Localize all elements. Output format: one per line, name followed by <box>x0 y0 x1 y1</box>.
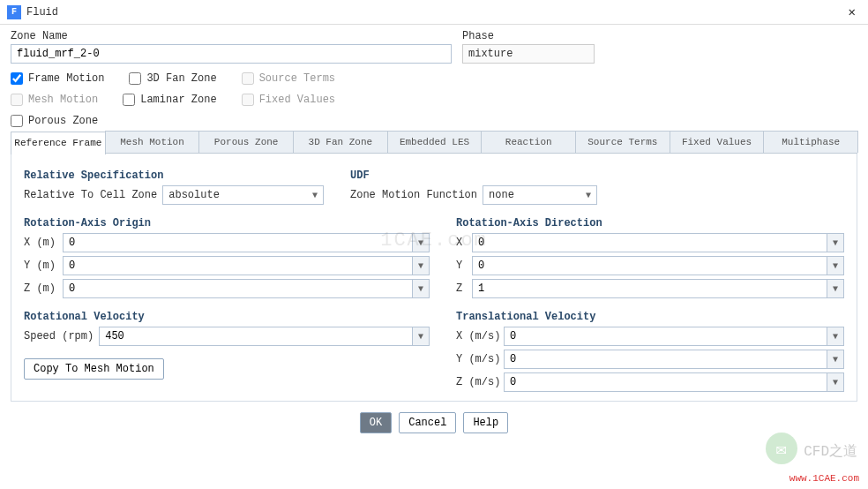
origin-y-label: Y (m) <box>24 260 59 272</box>
trans-x-input[interactable] <box>504 327 827 346</box>
phase-value: mixture <box>462 44 595 64</box>
origin-x-input[interactable] <box>63 233 412 252</box>
udf-label: Zone Motion Function <box>350 189 479 201</box>
source-terms-checkbox <box>242 72 254 85</box>
titlebar: F Fluid ✕ <box>0 0 868 25</box>
speed-label: Speed (rpm) <box>24 330 95 342</box>
trans-z-label: Z (m/s) <box>456 376 500 388</box>
tabs: Reference Frame Mesh Motion Porous Zone … <box>11 131 857 154</box>
spin-icon[interactable]: ▼ <box>827 350 844 369</box>
chevron-down-icon: ▼ <box>312 191 318 200</box>
speed-input[interactable] <box>99 327 412 346</box>
spin-icon[interactable]: ▼ <box>827 256 844 275</box>
frame-motion-checkbox[interactable] <box>11 72 23 85</box>
relative-to-label: Relative To Cell Zone <box>24 189 159 201</box>
fan-zone-checkbox[interactable] <box>129 72 141 85</box>
mesh-motion-checkbox <box>11 94 23 106</box>
origin-x-label: X (m) <box>24 237 59 249</box>
tab-source-terms[interactable]: Source Terms <box>575 131 670 153</box>
porous-zone-label: Porous Zone <box>28 115 98 127</box>
zone-name-input[interactable] <box>11 44 452 64</box>
trans-velocity-title: Translational Velocity <box>456 311 844 323</box>
source-terms-label: Source Terms <box>259 72 335 85</box>
cancel-button[interactable]: Cancel <box>399 412 456 433</box>
spin-icon[interactable]: ▼ <box>412 256 430 275</box>
rotation-dir-title: Rotation-Axis Direction <box>456 217 844 229</box>
app-icon: F <box>7 5 21 19</box>
relative-to-value: absolute <box>168 189 220 201</box>
tab-reference-frame[interactable]: Reference Frame <box>11 132 106 154</box>
watermark-url: www.1CAE.com <box>789 473 859 484</box>
fixed-values-checkbox <box>242 94 254 106</box>
udf-value: none <box>489 189 514 201</box>
tab-fixed-values[interactable]: Fixed Values <box>670 131 765 153</box>
fixed-values-label: Fixed Values <box>259 94 335 106</box>
spin-icon[interactable]: ▼ <box>827 372 844 392</box>
zone-name-label: Zone Name <box>11 30 452 42</box>
rot-velocity-title: Rotational Velocity <box>24 311 430 323</box>
reference-frame-panel: Relative Specification Relative To Cell … <box>11 154 857 402</box>
dir-z-input[interactable] <box>472 279 827 298</box>
origin-z-label: Z (m) <box>24 282 59 295</box>
ok-button[interactable]: OK <box>360 412 392 433</box>
porous-zone-checkbox[interactable] <box>11 115 23 127</box>
tab-porous-zone[interactable]: Porous Zone <box>198 131 294 153</box>
dialog-footer: OK Cancel Help <box>11 412 857 433</box>
trans-y-label: Y (m/s) <box>456 353 500 365</box>
spin-icon[interactable]: ▼ <box>412 279 430 298</box>
trans-z-input[interactable] <box>504 372 827 392</box>
watermark-wechat: CFD之道 <box>804 442 857 461</box>
spin-icon[interactable]: ▼ <box>412 233 430 252</box>
dir-y-input[interactable] <box>472 256 827 275</box>
tab-multiphase[interactable]: Multiphase <box>763 131 858 153</box>
spin-icon[interactable]: ▼ <box>412 327 430 346</box>
window-title: Fluid <box>26 6 843 19</box>
mesh-motion-label: Mesh Motion <box>28 94 98 106</box>
phase-label: Phase <box>462 30 595 42</box>
spin-icon[interactable]: ▼ <box>827 279 844 298</box>
tab-reaction[interactable]: Reaction <box>481 131 576 153</box>
udf-title: UDF <box>350 169 597 182</box>
rotation-origin-title: Rotation-Axis Origin <box>24 217 430 229</box>
tab-embedded-les[interactable]: Embedded LES <box>387 131 483 153</box>
options-group: Frame Motion 3D Fan Zone Source Terms Me… <box>11 72 434 127</box>
laminar-zone-checkbox[interactable] <box>123 94 135 106</box>
laminar-zone-label: Laminar Zone <box>140 94 216 106</box>
origin-z-input[interactable] <box>63 279 412 298</box>
origin-y-input[interactable] <box>63 256 412 275</box>
chevron-down-icon: ▼ <box>586 191 591 200</box>
tab-mesh-motion[interactable]: Mesh Motion <box>105 131 200 153</box>
close-icon[interactable]: ✕ <box>843 3 861 21</box>
dir-z-label: Z <box>456 282 468 295</box>
copy-to-mesh-button[interactable]: Copy To Mesh Motion <box>24 358 164 380</box>
dir-x-input[interactable] <box>472 233 827 252</box>
tab-fan-zone[interactable]: 3D Fan Zone <box>293 131 388 153</box>
frame-motion-label: Frame Motion <box>28 72 104 85</box>
trans-y-input[interactable] <box>504 350 827 369</box>
udf-dropdown[interactable]: none ▼ <box>483 185 597 205</box>
fan-zone-label: 3D Fan Zone <box>146 72 216 85</box>
wechat-icon: ✉ <box>766 433 797 464</box>
relative-spec-title: Relative Specification <box>24 169 324 182</box>
spin-icon[interactable]: ▼ <box>827 233 844 252</box>
dir-y-label: Y <box>456 260 468 272</box>
relative-to-dropdown[interactable]: absolute ▼ <box>162 185 324 205</box>
help-button[interactable]: Help <box>463 412 508 433</box>
trans-x-label: X (m/s) <box>456 330 500 342</box>
spin-icon[interactable]: ▼ <box>827 327 844 346</box>
dir-x-label: X <box>456 237 468 249</box>
